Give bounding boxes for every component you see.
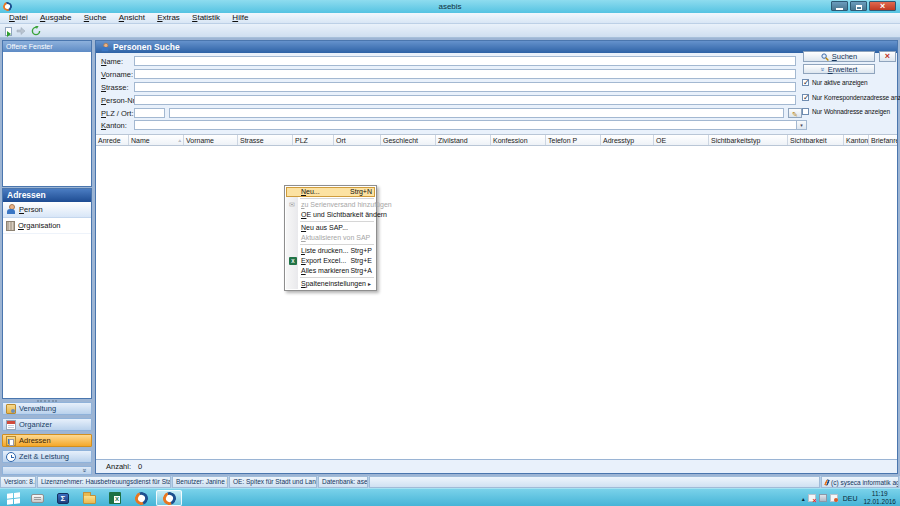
action-center-icon[interactable] (808, 494, 816, 502)
checkbox-box[interactable] (802, 79, 809, 86)
menu-ausgabe[interactable]: Ausgabe (35, 13, 77, 23)
count-value: 0 (138, 460, 142, 473)
menu-datei[interactable]: Datei (4, 13, 33, 23)
sidebar-item-organisation[interactable]: Organisation (3, 218, 91, 234)
verwaltung-icon (6, 404, 16, 414)
toolbar-refresh-button[interactable] (30, 25, 42, 37)
menu-suche[interactable]: Suche (79, 13, 112, 23)
col-name[interactable]: Name▵ (129, 135, 184, 145)
context-menu-item-export-excel[interactable]: Export Excel... Strg+E (286, 256, 375, 266)
col-strasse[interactable]: Strasse (238, 135, 293, 145)
status-datenbank: Datenbank: asebis (318, 476, 368, 488)
taskbar-explorer-button[interactable] (78, 490, 100, 506)
person-icon (6, 204, 16, 215)
nav-adressen[interactable]: Adressen (2, 434, 92, 447)
sidebar-item-label: Person (19, 205, 43, 214)
menu-statistik[interactable]: Statistik (187, 13, 225, 23)
col-anrede[interactable]: Anrede (96, 135, 129, 145)
context-menu-item-alles-markieren[interactable]: Alles markieren Strg+A (286, 266, 375, 276)
tray-expand-icon[interactable] (802, 495, 805, 502)
sidebar-collapse-button[interactable] (2, 466, 92, 475)
checkbox-nur-aktive[interactable]: Nur aktive anzeigen (802, 78, 868, 86)
col-telefon-p[interactable]: Telefon P (546, 135, 601, 145)
taskbar-toolbar-button[interactable] (26, 490, 48, 506)
plz-input[interactable] (134, 108, 165, 118)
result-count-bar: Anzahl: 0 (96, 459, 897, 473)
context-menu-item-spalteneinstellungen[interactable]: Spalteneinstellungen (286, 279, 375, 289)
taskbar-asebis-button[interactable] (130, 490, 152, 506)
start-button[interactable] (2, 490, 24, 506)
plz-ort-lookup-button[interactable] (788, 108, 802, 118)
context-menu-item-liste-drucken[interactable]: Liste drucken... Strg+P (286, 246, 375, 256)
sidebar-item-person[interactable]: Person (3, 202, 91, 218)
col-sichtbarkeitstyp[interactable]: Sichtbarkeitstyp (709, 135, 788, 145)
nav-label: Verwaltung (19, 404, 56, 413)
language-indicator[interactable]: DEU (843, 495, 858, 502)
menubar: Datei Ausgabe Suche Ansicht Extras Stati… (0, 13, 900, 24)
toolbar-open-button[interactable] (2, 25, 14, 37)
name-input[interactable] (134, 56, 796, 66)
panel-title: Personen Suche (113, 42, 180, 52)
col-oe[interactable]: OE (654, 135, 709, 145)
col-briefanrede[interactable]: Briefanrede (869, 135, 897, 145)
folder-icon (83, 495, 96, 504)
col-konfession[interactable]: Konfession (491, 135, 546, 145)
taskbar-clock[interactable]: 11:19 12.01.2016 (863, 490, 896, 506)
excel-icon (289, 257, 297, 265)
context-menu-item-oe-sichtbarkeit[interactable]: OE und Sichtbarkeit ändern (286, 210, 375, 220)
strasse-input[interactable] (134, 82, 796, 92)
toolbar-forward-button[interactable] (15, 25, 27, 37)
advanced-button[interactable]: Erweitert (803, 64, 875, 74)
ort-input[interactable] (169, 108, 784, 118)
notification-icon[interactable] (830, 494, 838, 502)
organizer-icon (6, 420, 16, 430)
system-tray: DEU 11:19 12.01.2016 (802, 489, 896, 506)
checkbox-box[interactable] (802, 94, 809, 101)
maximize-button[interactable] (850, 1, 867, 11)
menu-ansicht[interactable]: Ansicht (114, 13, 150, 23)
window-titlebar: asebis (0, 0, 900, 13)
context-menu-item-neu-aus-sap[interactable]: Neu aus SAP... (286, 223, 375, 233)
taskbar-excel-button[interactable] (104, 490, 126, 506)
col-zivilstand[interactable]: Zivilstand (436, 135, 491, 145)
checkbox-nur-wohnadresse[interactable]: Nur Wohnadresse anzeigen (802, 107, 890, 115)
taskbar-powershell-button[interactable] (52, 490, 74, 506)
nav-verwaltung[interactable]: Verwaltung (2, 402, 92, 415)
col-kanton[interactable]: Kanton (844, 135, 869, 145)
col-ort[interactable]: Ort (334, 135, 381, 145)
sort-asc-icon: ▵ (178, 137, 181, 143)
nav-label: Adressen (19, 436, 51, 445)
close-icon (870, 2, 895, 10)
col-plz[interactable]: PLZ (293, 135, 334, 145)
nav-zeit-leistung[interactable]: Zeit & Leistung (2, 450, 92, 463)
kanton-dropdown-icon[interactable] (796, 121, 806, 129)
checkbox-box[interactable] (802, 108, 809, 115)
col-sichtbarkeit[interactable]: Sichtbarkeit (788, 135, 844, 145)
col-vorname[interactable]: Vorname (184, 135, 238, 145)
search-button[interactable]: Suchen (803, 51, 875, 62)
col-adresstyp[interactable]: Adresstyp (601, 135, 654, 145)
context-menu-item-neu[interactable]: Neu... Strg+N (286, 187, 375, 197)
checkbox-nur-korrespondenzadresse[interactable]: Nur Korrespondenzadresse anzeigen (802, 93, 900, 101)
status-version: Version: 8.6 (0, 476, 36, 488)
close-button[interactable] (869, 1, 896, 11)
refresh-icon (31, 26, 41, 36)
person-nr-input[interactable] (134, 95, 796, 105)
open-windows-list[interactable] (3, 52, 91, 186)
nav-forward-icon (16, 26, 26, 36)
clear-search-button[interactable] (879, 51, 896, 62)
col-geschlecht[interactable]: Geschlecht (381, 135, 436, 145)
kanton-select[interactable] (134, 120, 807, 130)
menu-hilfe[interactable]: Hilfe (227, 13, 253, 23)
vorname-input[interactable] (134, 69, 796, 79)
minimize-button[interactable] (831, 1, 848, 11)
maximize-icon (856, 5, 862, 10)
pencil-icon (792, 105, 798, 120)
nav-organizer[interactable]: Organizer (2, 418, 92, 431)
table-header: Anrede Name▵ Vorname Strasse PLZ Ort Ges… (96, 134, 897, 146)
menu-extras[interactable]: Extras (152, 13, 185, 23)
taskbar-asebis-active-button[interactable] (156, 490, 182, 506)
network-icon[interactable] (819, 494, 827, 502)
person-icon (101, 42, 110, 51)
table-body[interactable] (96, 146, 897, 459)
